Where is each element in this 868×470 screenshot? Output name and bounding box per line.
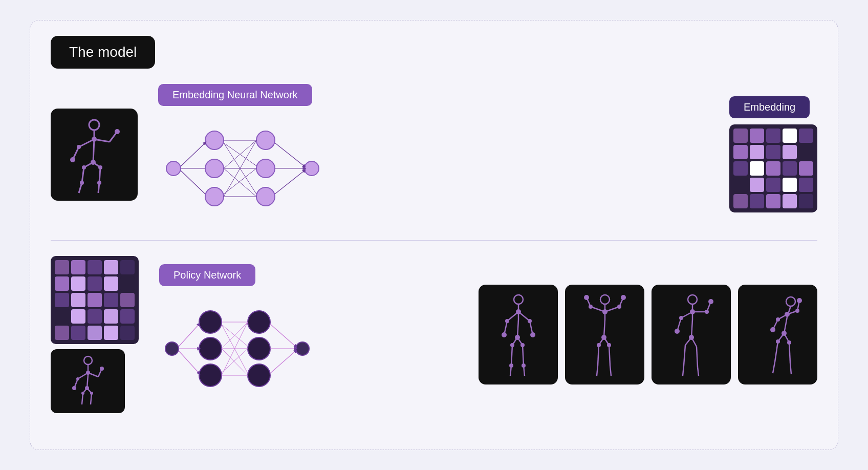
- svg-point-23: [205, 131, 224, 149]
- svg-point-103: [505, 319, 509, 323]
- svg-point-15: [92, 137, 97, 142]
- svg-line-98: [523, 345, 524, 366]
- embed-cell: [733, 161, 748, 176]
- embed-cell: [88, 276, 102, 291]
- embed-cell: [104, 309, 118, 324]
- svg-point-145: [690, 309, 695, 314]
- svg-line-141: [684, 345, 685, 366]
- policy-label: Policy Network: [159, 264, 255, 286]
- embed-cell: [783, 194, 797, 208]
- embed-cell: [55, 276, 69, 291]
- svg-line-42: [275, 143, 305, 166]
- svg-line-11: [82, 167, 84, 183]
- svg-point-5: [115, 129, 120, 134]
- svg-line-121: [609, 345, 610, 366]
- svg-line-161: [789, 343, 790, 363]
- embed-cell: [120, 276, 135, 291]
- svg-line-57: [91, 393, 92, 404]
- svg-point-116: [621, 295, 626, 300]
- svg-point-58: [86, 371, 90, 375]
- embed-cell: [750, 178, 764, 192]
- svg-point-148: [705, 310, 709, 314]
- svg-line-81: [222, 349, 248, 373]
- svg-point-127: [617, 305, 621, 309]
- embedding-grid-bottom: [51, 256, 139, 344]
- embedding-grid-top: [729, 124, 817, 212]
- svg-point-21: [77, 145, 81, 149]
- embed-cell: [766, 161, 780, 176]
- embed-cell: [750, 194, 764, 208]
- embedding-nn-label: Embedding Neural Network: [158, 84, 312, 106]
- svg-point-169: [787, 340, 791, 345]
- svg-point-60: [81, 392, 84, 395]
- svg-line-40: [224, 168, 256, 194]
- embedding-nn-area: Embedding Neural Network: [158, 84, 678, 225]
- svg-point-18: [98, 165, 102, 169]
- svg-line-30: [181, 143, 205, 166]
- svg-point-63: [165, 342, 179, 355]
- embed-cell: [88, 260, 102, 274]
- svg-line-85: [270, 351, 296, 373]
- svg-line-117: [604, 319, 605, 337]
- embed-cell: [55, 326, 69, 340]
- svg-point-7: [70, 157, 75, 162]
- skeleton-small-box: [51, 349, 125, 413]
- skeleton-figure-1: [63, 114, 125, 196]
- svg-point-65: [199, 337, 222, 360]
- embed-cell: [799, 161, 813, 176]
- embed-cell: [55, 260, 69, 274]
- embed-cell: [750, 161, 764, 176]
- output-pose-2: [579, 291, 631, 378]
- embed-cell: [783, 161, 797, 176]
- embed-cell: [733, 178, 748, 192]
- embed-cell: [766, 145, 780, 159]
- svg-point-126: [589, 305, 593, 309]
- svg-point-107: [509, 364, 513, 368]
- output-frames: [479, 285, 817, 384]
- output-pose-1: [493, 291, 544, 378]
- embed-cell: [120, 293, 135, 307]
- embed-cell: [71, 326, 85, 340]
- svg-line-2: [79, 139, 94, 147]
- policy-nn-svg: [159, 292, 318, 405]
- svg-point-52: [72, 386, 76, 390]
- svg-point-26: [256, 131, 275, 149]
- svg-point-164: [785, 312, 790, 317]
- svg-line-120: [598, 345, 599, 366]
- embed-cell: [766, 178, 780, 192]
- svg-point-156: [770, 327, 775, 332]
- embedding-label: Embedding: [729, 96, 810, 118]
- svg-point-125: [601, 335, 606, 340]
- embed-cell: [88, 309, 102, 324]
- svg-point-28: [256, 187, 275, 206]
- svg-point-22: [166, 161, 181, 176]
- embed-cell: [799, 129, 813, 143]
- svg-point-59: [85, 386, 89, 390]
- svg-point-109: [600, 295, 610, 304]
- svg-line-44: [275, 170, 305, 194]
- svg-point-0: [89, 120, 99, 130]
- svg-line-94: [517, 319, 518, 337]
- svg-line-36: [224, 140, 256, 168]
- svg-line-143: [683, 366, 684, 376]
- svg-point-27: [256, 159, 275, 178]
- svg-point-129: [607, 343, 611, 347]
- svg-point-24: [205, 159, 224, 178]
- output-pose-3: [666, 291, 717, 378]
- embed-cell: [733, 129, 748, 143]
- embed-cell: [783, 145, 797, 159]
- svg-point-108: [522, 364, 526, 368]
- embed-cell: [766, 194, 780, 208]
- svg-point-50: [100, 367, 104, 371]
- svg-point-149: [786, 297, 795, 306]
- svg-point-137: [675, 329, 680, 334]
- main-container: The model: [30, 20, 838, 450]
- top-section: Embedding Neural Network: [51, 84, 817, 241]
- svg-line-142: [697, 347, 698, 367]
- embed-cell: [71, 276, 85, 291]
- svg-point-147: [679, 316, 683, 320]
- svg-line-123: [610, 366, 611, 376]
- svg-point-154: [797, 298, 802, 303]
- embed-cell: [799, 194, 813, 208]
- embed-cell: [55, 293, 69, 307]
